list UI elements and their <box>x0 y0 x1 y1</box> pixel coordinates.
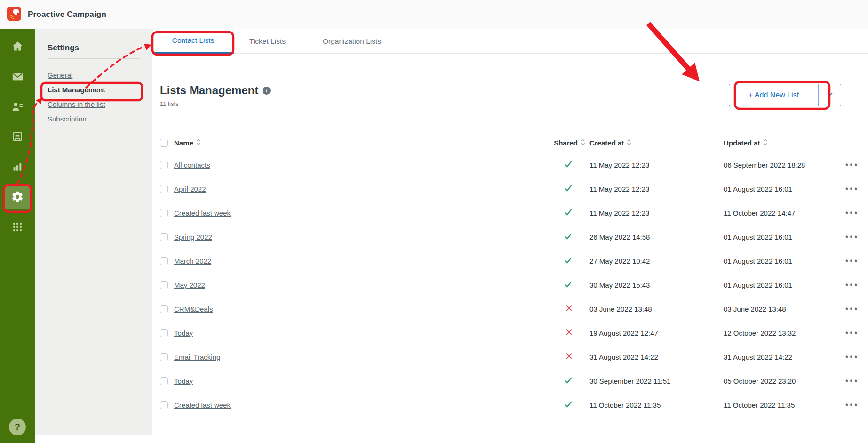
row-checkbox[interactable] <box>160 377 168 385</box>
top-header: Proactive Campaign <box>0 0 868 29</box>
list-name-link[interactable]: Created last week <box>174 401 231 409</box>
updated-at-value: 01 August 2022 16:01 <box>720 233 837 241</box>
row-actions-menu-button[interactable] <box>844 329 858 337</box>
lists-count: 11 lists <box>160 100 271 107</box>
list-name-link[interactable]: Today <box>174 377 193 385</box>
settings-divider <box>48 58 140 59</box>
row-actions-menu-button[interactable] <box>844 233 858 241</box>
updated-at-value: 01 August 2022 16:01 <box>720 257 837 265</box>
column-header-shared[interactable]: Shared <box>554 139 586 147</box>
shared-cross-icon <box>565 329 573 337</box>
updated-at-value: 06 September 2022 18:28 <box>720 161 837 169</box>
home-icon <box>4 33 31 59</box>
sidebar-item-contacts[interactable] <box>0 91 35 121</box>
row-checkbox[interactable] <box>160 281 168 289</box>
settings-nav-subscription[interactable]: Subscription <box>48 115 87 123</box>
contacts-icon <box>4 94 31 119</box>
row-actions-menu-button[interactable] <box>844 161 858 169</box>
page-title: Lists Management <box>160 84 258 97</box>
created-at-value: 11 May 2022 12:23 <box>586 161 720 169</box>
sidebar-item-apps-grid[interactable] <box>0 212 35 242</box>
shared-check-icon <box>564 208 573 218</box>
lists-table: Name Shared Created at <box>160 133 861 417</box>
info-icon[interactable]: i <box>263 87 271 95</box>
settings-nav-title: Settings <box>48 43 140 53</box>
table-row: Today 19 August 2022 12:47 12 October 20… <box>160 321 861 345</box>
sidebar-item-lists[interactable] <box>0 121 35 152</box>
created-at-value: 31 August 2022 14:22 <box>586 353 720 361</box>
row-checkbox[interactable] <box>160 353 168 361</box>
column-header-created-at[interactable]: Created at <box>589 139 632 147</box>
table-row: April 2022 11 May 2022 12:23 01 August 2… <box>160 177 861 201</box>
shared-check-icon <box>564 280 573 290</box>
settings-nav-list-management[interactable]: List Management <box>48 86 105 94</box>
column-header-name[interactable]: Name <box>174 139 201 147</box>
row-checkbox[interactable] <box>160 257 168 265</box>
row-actions-menu-button[interactable] <box>844 185 858 193</box>
sidebar-item-reports[interactable] <box>0 152 35 182</box>
list-name-link[interactable]: Created last week <box>174 209 231 217</box>
tab-organization-lists[interactable]: Organization Lists <box>301 29 403 54</box>
table-row: Spring 2022 26 May 2022 14:58 01 August … <box>160 225 861 249</box>
tab-contact-lists[interactable]: Contact Lists <box>152 29 234 54</box>
app-window: Proactive Campaign ? Settings GeneralLis… <box>0 0 868 443</box>
tab-ticket-lists[interactable]: Ticket Lists <box>234 29 301 54</box>
list-name-link[interactable]: March 2022 <box>174 257 211 265</box>
list-name-link[interactable]: All contacts <box>174 161 210 169</box>
add-new-list-dropdown-toggle[interactable] <box>819 84 841 106</box>
main-content: Contact ListsTicket ListsOrganization Li… <box>152 29 868 443</box>
shared-cross-icon <box>565 305 573 313</box>
sort-icon <box>626 139 632 147</box>
help-button[interactable]: ? <box>9 419 26 435</box>
table-row: CRM&Deals 03 June 2022 13:48 03 June 202… <box>160 297 861 321</box>
list-name-link[interactable]: May 2022 <box>174 281 205 289</box>
row-actions-menu-button[interactable] <box>844 377 858 385</box>
created-at-value: 11 May 2022 12:23 <box>586 185 720 193</box>
table-row: Created last week 11 May 2022 12:23 11 O… <box>160 201 861 225</box>
row-checkbox[interactable] <box>160 185 168 193</box>
created-at-value: 19 August 2022 12:47 <box>586 329 720 337</box>
created-at-value: 11 October 2022 11:35 <box>586 401 720 409</box>
table-header-row: Name Shared Created at <box>160 133 861 153</box>
row-actions-menu-button[interactable] <box>844 305 858 313</box>
list-name-link[interactable]: Today <box>174 329 193 337</box>
settings-nav-general[interactable]: General <box>48 71 72 79</box>
list-name-link[interactable]: Email Tracking <box>174 353 220 361</box>
sidebar-item-mail[interactable] <box>0 61 35 91</box>
row-checkbox[interactable] <box>160 305 168 313</box>
add-new-list-button[interactable]: + Add New List <box>729 84 819 106</box>
updated-at-value: 01 August 2022 16:01 <box>720 281 837 289</box>
sort-icon <box>580 139 586 147</box>
table-row: May 2022 30 May 2022 15:43 01 August 202… <box>160 273 861 297</box>
row-checkbox[interactable] <box>160 233 168 241</box>
row-actions-menu-button[interactable] <box>844 209 858 217</box>
settings-nav-panel: Settings GeneralList ManagementColumns i… <box>35 29 152 435</box>
created-at-value: 26 May 2022 14:58 <box>586 233 720 241</box>
shared-cross-icon <box>565 353 573 361</box>
row-checkbox[interactable] <box>160 209 168 217</box>
page-title-block: Lists Management i 11 lists <box>160 84 271 107</box>
row-actions-menu-button[interactable] <box>844 401 858 409</box>
row-actions-menu-button[interactable] <box>844 353 858 361</box>
updated-at-value: 11 October 2022 11:35 <box>720 401 837 409</box>
row-checkbox[interactable] <box>160 161 168 169</box>
select-all-checkbox[interactable] <box>160 139 168 147</box>
settings-nav-columns-in-the-list[interactable]: Columns in the list <box>48 100 105 108</box>
row-checkbox[interactable] <box>160 401 168 409</box>
shared-check-icon <box>564 160 573 170</box>
app-title: Proactive Campaign <box>28 10 106 19</box>
column-header-updated-at[interactable]: Updated at <box>724 139 768 147</box>
row-checkbox[interactable] <box>160 329 168 337</box>
list-name-link[interactable]: CRM&Deals <box>174 305 213 313</box>
table-row: All contacts 11 May 2022 12:23 06 Septem… <box>160 153 861 177</box>
row-actions-menu-button[interactable] <box>844 281 858 289</box>
reports-icon <box>4 154 31 179</box>
row-actions-menu-button[interactable] <box>844 257 858 265</box>
table-row: Email Tracking 31 August 2022 14:22 31 A… <box>160 345 861 369</box>
apps-grid-icon <box>4 214 31 240</box>
sidebar-item-settings[interactable] <box>0 182 35 212</box>
list-name-link[interactable]: Spring 2022 <box>174 233 212 241</box>
sidebar-item-home[interactable] <box>0 31 35 61</box>
list-name-link[interactable]: April 2022 <box>174 185 206 193</box>
shared-check-icon <box>564 400 573 410</box>
